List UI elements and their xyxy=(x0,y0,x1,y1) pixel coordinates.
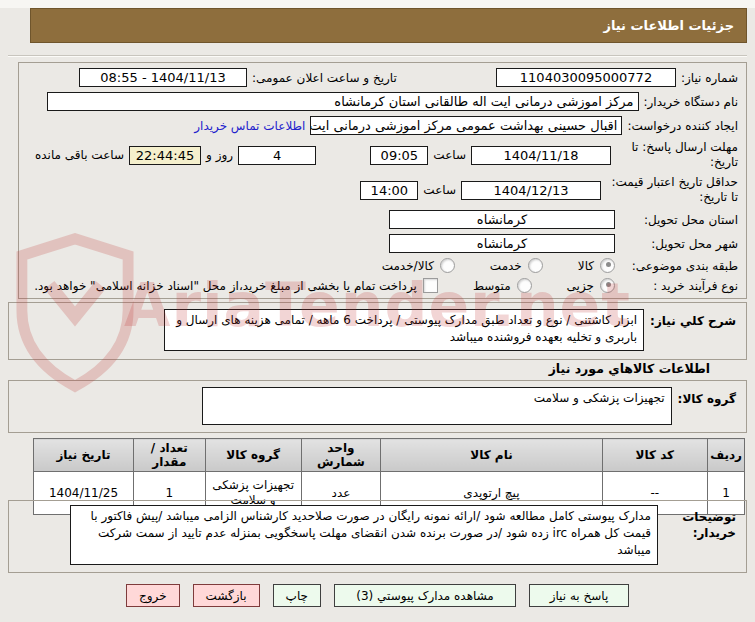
need-info-panel: شماره نیاز: 1104030095000772 تاریخ و ساع… xyxy=(18,62,747,299)
radio-service[interactable] xyxy=(528,258,543,273)
announce-group: تاریخ و ساعت اعلان عمومی: 1404/11/13 - 0… xyxy=(79,68,397,87)
treasury-note-label: پرداخت تمام یا بخشی از مبلغ خرید،از محل … xyxy=(34,279,417,293)
deadline-time-field[interactable]: 09:05 xyxy=(370,146,428,165)
back-button[interactable]: بازگشت xyxy=(193,584,260,607)
need-number-label: شماره نیاز: xyxy=(681,71,738,85)
view-attached-docs-button[interactable]: مشاهده مدارک پیوستي (3) xyxy=(334,584,516,607)
col-unit: واحد شمارش xyxy=(301,439,381,472)
delivery-province-field[interactable]: کرمانشاه xyxy=(389,210,615,229)
deadline-hour-label: ساعت xyxy=(433,148,466,162)
buyer-contact-link[interactable]: اطلاعات تماس خریدار xyxy=(194,119,305,133)
subject-class-label: طبقه بندی موضوعی: xyxy=(620,259,738,273)
col-item-name: نام کالا xyxy=(381,439,602,472)
radio-goods-service[interactable] xyxy=(440,258,455,273)
option-goods-service: کالا/خدمت xyxy=(382,258,455,273)
need-description-textarea[interactable]: ابزار کاشتنی / نوع و تعداد طبق مدارک پیو… xyxy=(164,309,644,351)
buyer-org-label: نام دستگاه خریدار: xyxy=(644,95,739,109)
deadline-label: مهلت ارسال پاسخ: تا تاریخ: xyxy=(616,140,738,170)
validity-time-field[interactable]: 14:00 xyxy=(360,181,418,200)
need-details-page: جزئیات اطلاعات نیاز شماره نیاز: 11040300… xyxy=(0,0,755,622)
row-deadline: مهلت ارسال پاسخ: تا تاریخ: 1404/11/18 سا… xyxy=(27,140,738,170)
days-and-label: روز و xyxy=(206,148,233,162)
col-need-date: تاریخ نیاز xyxy=(34,439,134,472)
option-medium: متوسط xyxy=(473,278,532,293)
goods-group-label: گروه کالا: xyxy=(678,387,736,406)
validity-date-field[interactable]: 1404/12/13 xyxy=(461,181,601,200)
row-delivery-city: شهر محل تحویل: کرمانشاه xyxy=(27,234,738,253)
radio-service-label: خدمت xyxy=(490,259,522,273)
radio-partial-label: جزیی xyxy=(567,279,594,293)
delivery-province-label: استان محل تحویل: xyxy=(620,213,738,227)
option-goods: کالا xyxy=(578,258,615,273)
goods-group-box: گروه کالا: تجهیزات پزشکی و سلامت xyxy=(8,380,747,433)
radio-goods[interactable] xyxy=(600,258,615,273)
delivery-city-label: شهر محل تحویل: xyxy=(620,237,738,251)
row-buyer-org: نام دستگاه خریدار: مرکز اموزشی درمانی ای… xyxy=(27,92,738,111)
top-strip xyxy=(0,0,755,8)
announce-datetime-field[interactable]: 1404/11/13 - 08:55 xyxy=(79,68,247,87)
radio-medium-label: متوسط xyxy=(473,279,511,293)
deadline-date-field[interactable]: 1404/11/18 xyxy=(471,146,611,165)
radio-goods-label: کالا xyxy=(578,259,594,273)
need-description-label: شرح کلي نیاز: xyxy=(650,309,736,328)
buyer-notes-textarea[interactable]: مدارک پیوستی کامل مطالعه شود /ارائه نمون… xyxy=(70,505,658,565)
goods-group-textarea[interactable]: تجهیزات پزشکی و سلامت xyxy=(202,387,672,425)
divider-line xyxy=(8,55,747,57)
exit-button[interactable]: خروج xyxy=(126,584,180,607)
option-partial: جزیی xyxy=(567,278,615,293)
page-title: جزئیات اطلاعات نیاز xyxy=(603,18,734,33)
validity-hour-label: ساعت xyxy=(423,183,456,197)
delivery-city-field[interactable]: کرمانشاه xyxy=(389,234,615,253)
col-quantity: تعداد / مقدار xyxy=(133,439,205,472)
col-item-group: گروه کالا xyxy=(205,439,301,472)
radio-medium[interactable] xyxy=(517,278,532,293)
price-validity-label: حداقل تاریخ اعتبار قیمت: تا تاریخ: xyxy=(606,175,738,205)
need-number-group: شماره نیاز: 1104030095000772 xyxy=(496,68,738,87)
creator-field[interactable]: اقبال حسینی بهداشت عمومی مرکز اموزشی درم… xyxy=(310,116,622,135)
row-delivery-province: استان محل تحویل: کرمانشاه xyxy=(27,210,738,229)
time-left-field: 22:44:45 xyxy=(129,146,201,165)
creator-label: ایجاد کننده درخواست: xyxy=(627,119,738,133)
row-subject-class: طبقه بندی موضوعی: کالا خدمت کالا/خدمت xyxy=(27,258,738,273)
buyer-org-field[interactable]: مرکز اموزشی درمانی ایت اله طالقانی استان… xyxy=(47,92,639,111)
reply-to-need-button[interactable]: پاسخ به نیاز xyxy=(529,584,629,607)
buyer-notes-box: توضیحات خریدار: مدارک پیوستی کامل مطالعه… xyxy=(8,500,747,573)
buyer-notes-label: توضیحات خریدار: xyxy=(664,505,736,541)
col-row-index: ردیف xyxy=(708,439,745,472)
option-service: خدمت xyxy=(490,258,543,273)
table-header-row: ردیف کد کالا نام کالا واحد شمارش گروه کا… xyxy=(34,439,745,472)
title-bar: جزئیات اطلاعات نیاز xyxy=(30,8,747,43)
radio-goods-service-label: کالا/خدمت xyxy=(382,259,434,273)
goods-info-title: اطلاعات کالاهاي مورد نیاز xyxy=(549,361,710,376)
days-left-field: 4 xyxy=(238,146,316,165)
process-type-label: نوع فرآیند خرید : xyxy=(620,279,738,293)
need-description-box: شرح کلي نیاز: ابزار کاشتنی / نوع و تعداد… xyxy=(8,302,747,360)
deadline-group: مهلت ارسال پاسخ: تا تاریخ: 1404/11/18 سا… xyxy=(370,140,738,170)
treasury-checkbox[interactable] xyxy=(423,278,438,293)
announce-datetime-label: تاریخ و ساعت اعلان عمومی: xyxy=(252,71,397,85)
print-button[interactable]: چاپ xyxy=(273,584,321,607)
row-process-type: نوع فرآیند خرید : جزیی متوسط پرداخت تمام… xyxy=(27,278,738,293)
remaining-label: ساعت باقی مانده xyxy=(35,148,124,162)
row-need-number: شماره نیاز: 1104030095000772 تاریخ و ساع… xyxy=(27,68,738,87)
option-treasury: پرداخت تمام یا بخشی از مبلغ خرید،از محل … xyxy=(34,278,438,293)
remaining-group: 4 روز و 22:44:45 ساعت باقی مانده xyxy=(35,146,316,165)
need-number-field[interactable]: 1104030095000772 xyxy=(496,68,676,87)
row-creator: ایجاد کننده درخواست: اقبال حسینی بهداشت … xyxy=(27,116,738,135)
radio-partial[interactable] xyxy=(600,278,615,293)
buttons-row: پاسخ به نیاز مشاهده مدارک پیوستي (3) چاپ… xyxy=(0,584,755,607)
col-item-code: کد کالا xyxy=(602,439,708,472)
row-price-validity: حداقل تاریخ اعتبار قیمت: تا تاریخ: 1404/… xyxy=(27,175,738,205)
